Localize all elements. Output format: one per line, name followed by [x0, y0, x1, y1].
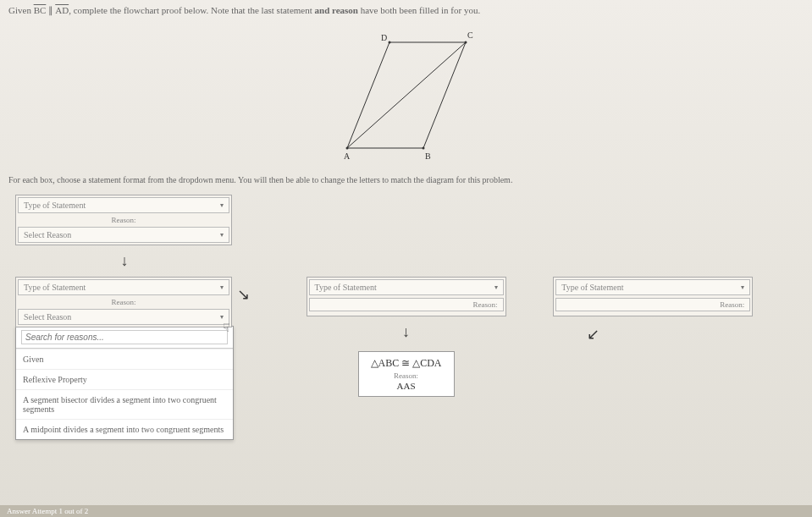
- flowchart-area: Type of Statement ▾ Reason: Select Reaso…: [0, 188, 812, 447]
- dropdown-item-bisector[interactable]: A segment bisector divides a segment int…: [16, 389, 233, 419]
- flow-box-2-mid: Type of Statement ▾ Reason:: [307, 277, 506, 316]
- chevron-down-icon: ▾: [220, 313, 224, 321]
- svg-point-5: [388, 41, 390, 44]
- vertex-b: B: [425, 151, 431, 161]
- reason-label-2l: Reason:: [18, 295, 229, 309]
- footer-attempt: Answer Attempt 1 out of 2: [7, 507, 88, 515]
- statement-select-1[interactable]: Type of Statement ▾: [18, 197, 229, 213]
- arrow-down-left-icon: ↙: [553, 325, 797, 344]
- dropdown-item-reflexive[interactable]: Reflexive Property: [16, 369, 233, 389]
- flow-col-right: Type of Statement ▾ Reason: ↙: [553, 277, 797, 352]
- final-box: △ABC ≅ △CDA Reason: AAS: [358, 351, 455, 397]
- problem-header: Given BC ∥ AD, complete the flowchart pr…: [0, 0, 812, 21]
- flow-col-left: Type of Statement ▾ Reason: Select Reaso…: [15, 277, 259, 440]
- header-text: Given BC ∥ AD, complete the flowchart pr…: [8, 5, 480, 15]
- reason-label-1: Reason:: [18, 213, 229, 227]
- flow-box-2-right: Type of Statement ▾ Reason:: [553, 277, 753, 316]
- instructions: For each box, choose a statement format …: [0, 172, 812, 188]
- reason-select-1[interactable]: Select Reason ▾: [18, 227, 229, 243]
- chevron-down-icon: ▾: [220, 201, 224, 209]
- svg-line-1: [347, 42, 466, 148]
- vertex-c: C: [467, 30, 473, 40]
- statement-select-2m[interactable]: Type of Statement ▾: [309, 279, 504, 295]
- chevron-down-icon: ▾: [741, 283, 744, 291]
- dropdown-search-row: [16, 327, 233, 349]
- svg-point-4: [464, 41, 467, 44]
- svg-point-2: [345, 147, 348, 150]
- flow-box-2-left: Type of Statement ▾ Reason: Select Reaso…: [15, 277, 232, 327]
- dropdown-search-input[interactable]: [21, 330, 228, 344]
- flow-box-1: Type of Statement ▾ Reason: Select Reaso…: [15, 195, 232, 245]
- dropdown-item-midpoint[interactable]: A midpoint divides a segment into two co…: [16, 419, 233, 439]
- arrow-down-right-icon: ↘: [237, 285, 250, 304]
- footer-bar: Answer Attempt 1 out of 2: [0, 505, 812, 517]
- chevron-down-icon: ▾: [220, 283, 224, 291]
- vertex-a: A: [344, 151, 351, 161]
- chevron-down-icon: ▾: [220, 231, 224, 239]
- reason-select-2m[interactable]: Reason:: [309, 298, 504, 311]
- arrow-down-icon: ↓: [284, 323, 528, 341]
- svg-point-3: [422, 147, 424, 150]
- final-statement: △ABC ≅ △CDA: [371, 357, 442, 370]
- vertex-d: D: [381, 33, 387, 42]
- statement-select-2l[interactable]: Type of Statement ▾: [18, 279, 229, 295]
- reason-row-2r: Reason:: [555, 295, 750, 314]
- geometry-diagram: A B C D: [0, 25, 812, 165]
- flow-row-2: Type of Statement ▾ Reason: Select Reaso…: [15, 277, 797, 440]
- statement-select-2r[interactable]: Type of Statement ▾: [555, 279, 750, 295]
- reason-select-2l[interactable]: Select Reason ▾: [18, 309, 229, 325]
- reason-select-2r[interactable]: Reason:: [555, 298, 750, 311]
- arrow-down-icon: ↓: [15, 252, 234, 270]
- final-reason-value: AAS: [371, 381, 442, 391]
- dropdown-item-given[interactable]: Given: [16, 349, 233, 369]
- chevron-down-icon: ▾: [494, 283, 498, 291]
- reason-dropdown-menu: Given Reflexive Property A segment bisec…: [15, 326, 234, 440]
- reason-row-2m: Reason:: [309, 295, 504, 314]
- flow-col-mid: Type of Statement ▾ Reason: ↓ △ABC ≅ △CD…: [284, 277, 528, 397]
- final-reason-label: Reason:: [371, 371, 442, 380]
